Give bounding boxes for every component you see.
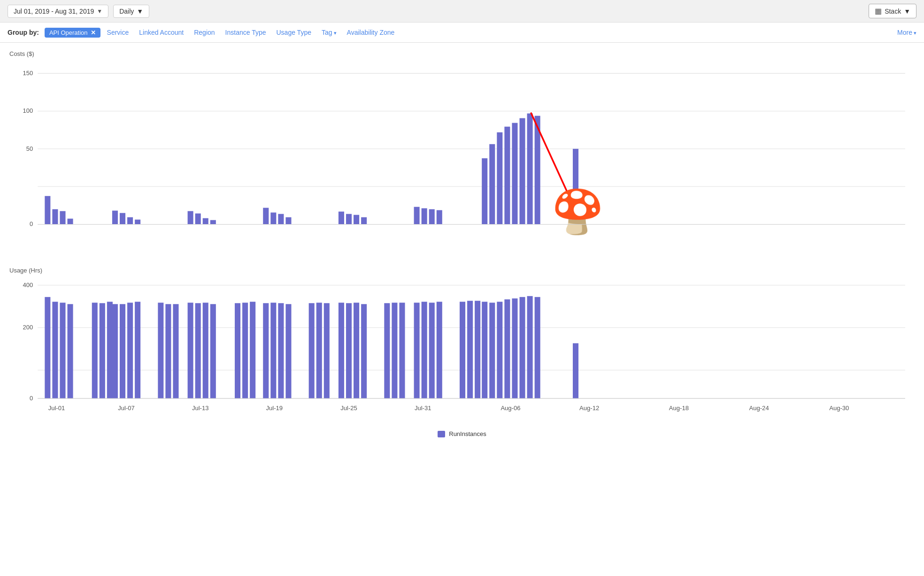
svg-rect-87 (414, 303, 420, 398)
svg-rect-35 (497, 132, 502, 225)
chart-area: Costs ($) 150 100 50 0 (0, 43, 924, 437)
top-bar-left: Jul 01, 2019 - Aug 31, 2019 ▼ Daily ▼ (8, 5, 149, 18)
svg-rect-101 (535, 297, 540, 398)
svg-rect-75 (278, 303, 284, 398)
svg-rect-25 (339, 211, 344, 224)
svg-rect-23 (278, 214, 284, 224)
svg-rect-18 (195, 213, 201, 224)
svg-rect-97 (504, 299, 510, 398)
usage-y-label: Usage (Hrs) (9, 267, 915, 274)
legend: RunInstances (9, 430, 915, 437)
group-instance-type-link[interactable]: Instance Type (222, 27, 270, 38)
active-tag-label: API Operation (49, 29, 88, 36)
date-range-arrow: ▼ (97, 8, 102, 15)
active-group-tag[interactable]: API Operation ✕ (45, 28, 100, 38)
svg-rect-76 (285, 304, 291, 398)
group-tag-link[interactable]: Tag (318, 27, 340, 38)
svg-rect-64 (165, 304, 171, 398)
stack-icon: ▦ (875, 7, 882, 16)
stack-button[interactable]: ▦ Stack ▼ (869, 4, 916, 18)
svg-text:Jul-01: Jul-01 (48, 405, 65, 412)
svg-rect-83 (361, 304, 367, 398)
svg-rect-74 (270, 303, 276, 398)
svg-rect-11 (60, 211, 65, 224)
svg-rect-69 (210, 304, 216, 398)
svg-rect-79 (324, 303, 330, 398)
svg-rect-62 (135, 302, 140, 398)
svg-text:Aug-18: Aug-18 (669, 405, 689, 412)
period-arrow: ▼ (137, 8, 143, 15)
svg-rect-73 (263, 303, 269, 398)
svg-rect-16 (135, 219, 140, 224)
svg-rect-57 (100, 303, 105, 398)
group-usage-type-link[interactable]: Usage Type (273, 27, 315, 38)
group-availability-zone-link[interactable]: Availability Zone (343, 27, 399, 38)
usage-chart: 400 200 0 (9, 276, 915, 427)
stack-label: Stack (885, 8, 901, 15)
costs-chart-wrapper: 150 100 50 0 (9, 59, 915, 262)
svg-rect-91 (460, 302, 465, 398)
svg-rect-66 (188, 303, 193, 398)
svg-text:Aug-30: Aug-30 (829, 405, 849, 412)
svg-rect-21 (263, 208, 269, 224)
svg-rect-29 (414, 207, 420, 224)
svg-rect-100 (527, 296, 533, 398)
svg-rect-33 (482, 158, 487, 225)
svg-rect-70 (235, 303, 240, 398)
usage-chart-wrapper: 400 200 0 (9, 276, 915, 427)
svg-rect-37 (512, 123, 517, 225)
group-by-label: Group by: (8, 29, 39, 36)
svg-rect-63 (158, 303, 163, 398)
period-selector[interactable]: Daily ▼ (113, 5, 149, 18)
legend-label: RunInstances (449, 430, 486, 437)
svg-rect-98 (512, 298, 517, 398)
more-link[interactable]: More (897, 29, 916, 36)
svg-rect-20 (210, 220, 216, 224)
svg-rect-54 (60, 303, 65, 398)
svg-rect-72 (250, 302, 255, 398)
svg-rect-32 (437, 210, 442, 224)
svg-text:Aug-24: Aug-24 (749, 405, 769, 412)
svg-text:400: 400 (23, 281, 33, 288)
top-bar: Jul 01, 2019 - Aug 31, 2019 ▼ Daily ▼ ▦ … (0, 0, 924, 23)
svg-rect-58 (107, 302, 113, 398)
svg-rect-59 (112, 304, 118, 398)
svg-rect-78 (316, 303, 322, 398)
svg-rect-12 (68, 218, 73, 224)
group-service-link[interactable]: Service (103, 27, 133, 38)
remove-tag-button[interactable]: ✕ (91, 29, 96, 36)
svg-rect-89 (429, 303, 435, 398)
svg-text:200: 200 (23, 324, 33, 331)
svg-text:Jul-07: Jul-07 (118, 405, 135, 412)
date-range-selector[interactable]: Jul 01, 2019 - Aug 31, 2019 ▼ (8, 5, 108, 18)
svg-text:Aug-12: Aug-12 (579, 405, 599, 412)
svg-rect-38 (520, 118, 525, 225)
svg-rect-17 (188, 211, 193, 224)
svg-rect-82 (354, 303, 359, 398)
svg-text:100: 100 (23, 107, 33, 114)
svg-rect-39 (527, 113, 533, 224)
svg-text:0: 0 (30, 220, 33, 227)
svg-rect-68 (203, 303, 208, 398)
period-label: Daily (119, 8, 134, 15)
svg-rect-81 (346, 303, 352, 398)
svg-text:150: 150 (23, 70, 33, 77)
svg-text:0: 0 (30, 395, 33, 402)
costs-y-label: Costs ($) (9, 50, 915, 57)
svg-rect-94 (482, 302, 487, 398)
svg-text:Jul-25: Jul-25 (340, 405, 357, 412)
svg-rect-77 (309, 303, 315, 398)
svg-rect-13 (112, 210, 118, 224)
svg-rect-86 (399, 303, 405, 398)
svg-rect-88 (422, 302, 427, 398)
svg-rect-14 (120, 213, 125, 224)
svg-rect-19 (203, 218, 208, 224)
group-linked-account-link[interactable]: Linked Account (135, 27, 187, 38)
svg-rect-85 (392, 303, 397, 398)
group-region-link[interactable]: Region (190, 27, 218, 38)
svg-text:Jul-31: Jul-31 (415, 405, 431, 412)
svg-rect-26 (346, 214, 352, 224)
svg-rect-10 (52, 209, 58, 224)
svg-text:50: 50 (26, 145, 33, 152)
svg-rect-84 (384, 303, 390, 398)
